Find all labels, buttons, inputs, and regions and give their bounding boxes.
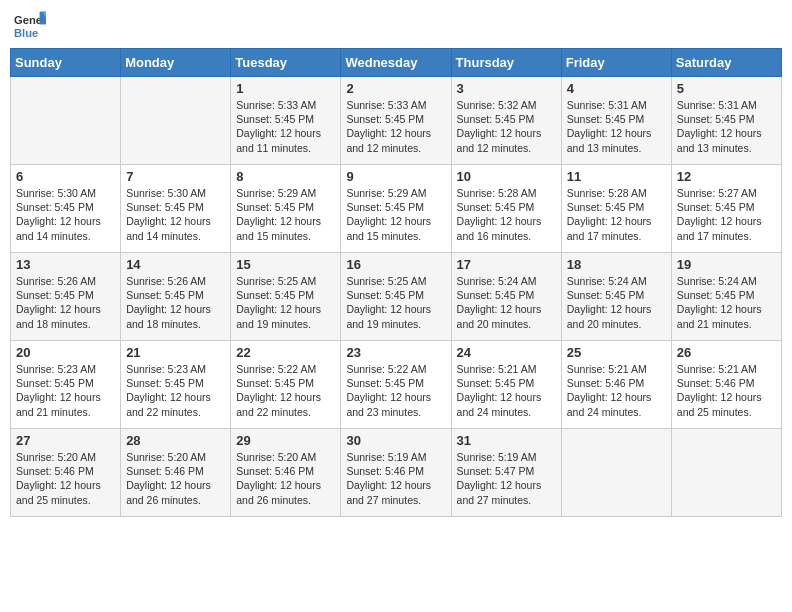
day-number: 30: [346, 433, 445, 448]
logo: General Blue: [14, 10, 50, 42]
day-number: 22: [236, 345, 335, 360]
day-info: Sunrise: 5:24 AM Sunset: 5:45 PM Dayligh…: [677, 274, 776, 331]
day-info: Sunrise: 5:31 AM Sunset: 5:45 PM Dayligh…: [567, 98, 666, 155]
day-number: 14: [126, 257, 225, 272]
day-info: Sunrise: 5:30 AM Sunset: 5:45 PM Dayligh…: [126, 186, 225, 243]
calendar-cell: 5Sunrise: 5:31 AM Sunset: 5:45 PM Daylig…: [671, 77, 781, 165]
day-info: Sunrise: 5:21 AM Sunset: 5:46 PM Dayligh…: [677, 362, 776, 419]
header-saturday: Saturday: [671, 49, 781, 77]
day-number: 6: [16, 169, 115, 184]
day-number: 17: [457, 257, 556, 272]
day-number: 1: [236, 81, 335, 96]
day-number: 3: [457, 81, 556, 96]
calendar-cell: 1Sunrise: 5:33 AM Sunset: 5:45 PM Daylig…: [231, 77, 341, 165]
day-number: 4: [567, 81, 666, 96]
day-number: 24: [457, 345, 556, 360]
day-number: 10: [457, 169, 556, 184]
day-number: 12: [677, 169, 776, 184]
calendar-cell: 13Sunrise: 5:26 AM Sunset: 5:45 PM Dayli…: [11, 253, 121, 341]
day-number: 31: [457, 433, 556, 448]
day-info: Sunrise: 5:33 AM Sunset: 5:45 PM Dayligh…: [236, 98, 335, 155]
day-info: Sunrise: 5:22 AM Sunset: 5:45 PM Dayligh…: [236, 362, 335, 419]
calendar-cell: 31Sunrise: 5:19 AM Sunset: 5:47 PM Dayli…: [451, 429, 561, 517]
calendar-cell: 6Sunrise: 5:30 AM Sunset: 5:45 PM Daylig…: [11, 165, 121, 253]
week-row-4: 20Sunrise: 5:23 AM Sunset: 5:45 PM Dayli…: [11, 341, 782, 429]
calendar-cell: 12Sunrise: 5:27 AM Sunset: 5:45 PM Dayli…: [671, 165, 781, 253]
day-info: Sunrise: 5:23 AM Sunset: 5:45 PM Dayligh…: [126, 362, 225, 419]
calendar-cell: 18Sunrise: 5:24 AM Sunset: 5:45 PM Dayli…: [561, 253, 671, 341]
day-number: 16: [346, 257, 445, 272]
week-row-3: 13Sunrise: 5:26 AM Sunset: 5:45 PM Dayli…: [11, 253, 782, 341]
day-info: Sunrise: 5:29 AM Sunset: 5:45 PM Dayligh…: [236, 186, 335, 243]
day-number: 21: [126, 345, 225, 360]
week-row-1: 1Sunrise: 5:33 AM Sunset: 5:45 PM Daylig…: [11, 77, 782, 165]
calendar-header-row: SundayMondayTuesdayWednesdayThursdayFrid…: [11, 49, 782, 77]
day-info: Sunrise: 5:20 AM Sunset: 5:46 PM Dayligh…: [16, 450, 115, 507]
day-number: 2: [346, 81, 445, 96]
logo-icon: General Blue: [14, 10, 46, 42]
day-info: Sunrise: 5:21 AM Sunset: 5:46 PM Dayligh…: [567, 362, 666, 419]
day-info: Sunrise: 5:25 AM Sunset: 5:45 PM Dayligh…: [346, 274, 445, 331]
calendar-cell: 11Sunrise: 5:28 AM Sunset: 5:45 PM Dayli…: [561, 165, 671, 253]
calendar-cell: 29Sunrise: 5:20 AM Sunset: 5:46 PM Dayli…: [231, 429, 341, 517]
calendar-cell: 28Sunrise: 5:20 AM Sunset: 5:46 PM Dayli…: [121, 429, 231, 517]
calendar-table: SundayMondayTuesdayWednesdayThursdayFrid…: [10, 48, 782, 517]
calendar-cell: 15Sunrise: 5:25 AM Sunset: 5:45 PM Dayli…: [231, 253, 341, 341]
calendar-cell: 26Sunrise: 5:21 AM Sunset: 5:46 PM Dayli…: [671, 341, 781, 429]
day-info: Sunrise: 5:25 AM Sunset: 5:45 PM Dayligh…: [236, 274, 335, 331]
calendar-cell: 21Sunrise: 5:23 AM Sunset: 5:45 PM Dayli…: [121, 341, 231, 429]
day-number: 27: [16, 433, 115, 448]
day-number: 5: [677, 81, 776, 96]
day-info: Sunrise: 5:20 AM Sunset: 5:46 PM Dayligh…: [126, 450, 225, 507]
calendar-cell: 30Sunrise: 5:19 AM Sunset: 5:46 PM Dayli…: [341, 429, 451, 517]
calendar-cell: 20Sunrise: 5:23 AM Sunset: 5:45 PM Dayli…: [11, 341, 121, 429]
day-number: 29: [236, 433, 335, 448]
calendar-cell: 7Sunrise: 5:30 AM Sunset: 5:45 PM Daylig…: [121, 165, 231, 253]
day-info: Sunrise: 5:30 AM Sunset: 5:45 PM Dayligh…: [16, 186, 115, 243]
day-info: Sunrise: 5:31 AM Sunset: 5:45 PM Dayligh…: [677, 98, 776, 155]
day-info: Sunrise: 5:23 AM Sunset: 5:45 PM Dayligh…: [16, 362, 115, 419]
calendar-cell: 23Sunrise: 5:22 AM Sunset: 5:45 PM Dayli…: [341, 341, 451, 429]
day-number: 8: [236, 169, 335, 184]
day-info: Sunrise: 5:27 AM Sunset: 5:45 PM Dayligh…: [677, 186, 776, 243]
calendar-cell: [671, 429, 781, 517]
day-number: 18: [567, 257, 666, 272]
calendar-cell: 2Sunrise: 5:33 AM Sunset: 5:45 PM Daylig…: [341, 77, 451, 165]
day-number: 26: [677, 345, 776, 360]
day-number: 15: [236, 257, 335, 272]
week-row-2: 6Sunrise: 5:30 AM Sunset: 5:45 PM Daylig…: [11, 165, 782, 253]
day-info: Sunrise: 5:26 AM Sunset: 5:45 PM Dayligh…: [126, 274, 225, 331]
day-number: 19: [677, 257, 776, 272]
day-number: 25: [567, 345, 666, 360]
calendar-cell: 4Sunrise: 5:31 AM Sunset: 5:45 PM Daylig…: [561, 77, 671, 165]
svg-text:Blue: Blue: [14, 27, 38, 39]
day-info: Sunrise: 5:28 AM Sunset: 5:45 PM Dayligh…: [567, 186, 666, 243]
header-monday: Monday: [121, 49, 231, 77]
calendar-cell: 25Sunrise: 5:21 AM Sunset: 5:46 PM Dayli…: [561, 341, 671, 429]
calendar-cell: 17Sunrise: 5:24 AM Sunset: 5:45 PM Dayli…: [451, 253, 561, 341]
calendar-cell: 22Sunrise: 5:22 AM Sunset: 5:45 PM Dayli…: [231, 341, 341, 429]
day-info: Sunrise: 5:24 AM Sunset: 5:45 PM Dayligh…: [567, 274, 666, 331]
day-info: Sunrise: 5:32 AM Sunset: 5:45 PM Dayligh…: [457, 98, 556, 155]
day-info: Sunrise: 5:33 AM Sunset: 5:45 PM Dayligh…: [346, 98, 445, 155]
day-number: 28: [126, 433, 225, 448]
day-info: Sunrise: 5:29 AM Sunset: 5:45 PM Dayligh…: [346, 186, 445, 243]
calendar-cell: [561, 429, 671, 517]
calendar-cell: 8Sunrise: 5:29 AM Sunset: 5:45 PM Daylig…: [231, 165, 341, 253]
calendar-cell: 3Sunrise: 5:32 AM Sunset: 5:45 PM Daylig…: [451, 77, 561, 165]
day-info: Sunrise: 5:19 AM Sunset: 5:47 PM Dayligh…: [457, 450, 556, 507]
header-tuesday: Tuesday: [231, 49, 341, 77]
calendar-cell: 19Sunrise: 5:24 AM Sunset: 5:45 PM Dayli…: [671, 253, 781, 341]
day-number: 20: [16, 345, 115, 360]
day-info: Sunrise: 5:28 AM Sunset: 5:45 PM Dayligh…: [457, 186, 556, 243]
calendar-cell: 16Sunrise: 5:25 AM Sunset: 5:45 PM Dayli…: [341, 253, 451, 341]
calendar-cell: [121, 77, 231, 165]
calendar-cell: 24Sunrise: 5:21 AM Sunset: 5:45 PM Dayli…: [451, 341, 561, 429]
calendar-cell: [11, 77, 121, 165]
calendar-cell: 10Sunrise: 5:28 AM Sunset: 5:45 PM Dayli…: [451, 165, 561, 253]
header-sunday: Sunday: [11, 49, 121, 77]
day-number: 11: [567, 169, 666, 184]
day-info: Sunrise: 5:26 AM Sunset: 5:45 PM Dayligh…: [16, 274, 115, 331]
header-friday: Friday: [561, 49, 671, 77]
day-info: Sunrise: 5:20 AM Sunset: 5:46 PM Dayligh…: [236, 450, 335, 507]
